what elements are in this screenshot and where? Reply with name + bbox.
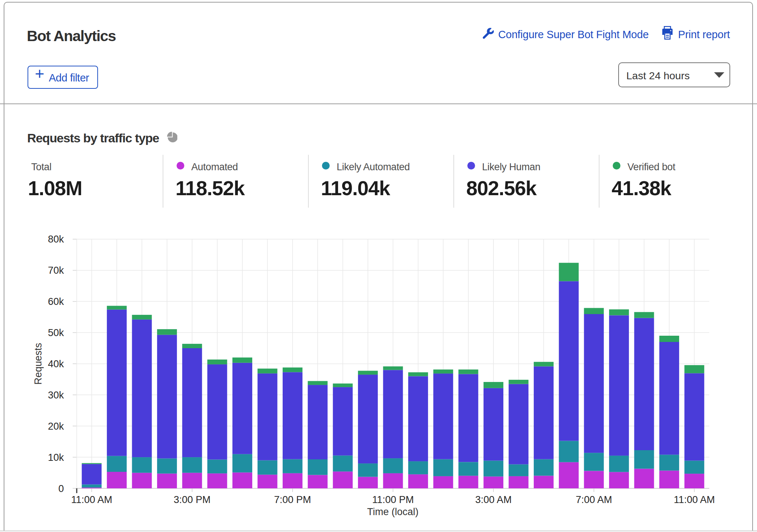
- svg-text:11:00 PM: 11:00 PM: [372, 494, 414, 505]
- svg-text:3:00 PM: 3:00 PM: [174, 494, 211, 505]
- svg-text:3:00 AM: 3:00 AM: [475, 494, 512, 505]
- svg-text:50k: 50k: [48, 327, 64, 338]
- svg-text:7:00 AM: 7:00 AM: [576, 494, 612, 505]
- svg-text:60k: 60k: [48, 296, 64, 307]
- svg-text:Requests: Requests: [33, 343, 44, 385]
- svg-text:30k: 30k: [48, 390, 64, 401]
- svg-text:70k: 70k: [48, 265, 64, 276]
- svg-text:10k: 10k: [48, 452, 64, 463]
- svg-text:11:00 AM: 11:00 AM: [71, 494, 112, 505]
- svg-text:11:00 AM: 11:00 AM: [674, 494, 715, 505]
- svg-text:7:00 PM: 7:00 PM: [274, 494, 311, 505]
- svg-text:0: 0: [58, 483, 64, 494]
- svg-text:40k: 40k: [48, 358, 64, 369]
- svg-text:Time (local): Time (local): [367, 506, 419, 517]
- svg-text:80k: 80k: [48, 234, 64, 245]
- svg-text:20k: 20k: [48, 421, 64, 432]
